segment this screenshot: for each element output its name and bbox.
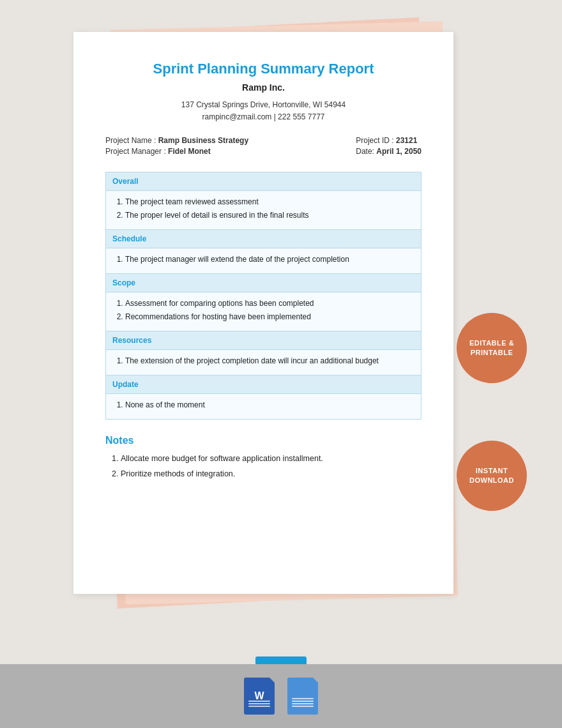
address-line2: rampinc@zmail.com | 222 555 7777 xyxy=(105,111,422,123)
section-body-update: None as of the moment xyxy=(106,394,422,420)
project-manager-row: Project Manager : Fidel Monet xyxy=(105,147,248,156)
project-id-label: Project ID : xyxy=(356,136,393,145)
project-id-row: Project ID : 23121 xyxy=(356,136,422,145)
icon-line-3 xyxy=(248,706,270,707)
word-icon-lines xyxy=(248,701,270,708)
meta-right: Project ID : 23121 Date: April 1, 2050 xyxy=(356,136,422,158)
docs-line-4 xyxy=(292,706,314,707)
bottom-tab xyxy=(255,656,307,664)
date-row: Date: April 1, 2050 xyxy=(356,147,422,156)
summary-table: OverallThe project team reviewed assessm… xyxy=(105,172,422,420)
instant-download-badge: INSTANTDOWNLOAD xyxy=(457,441,527,511)
bottom-bar: W xyxy=(0,664,562,728)
project-name-label: Project Name : xyxy=(105,136,156,145)
section-header-resources: Resources xyxy=(106,331,422,350)
main-document: Sprint Planning Summary Report Ramp Inc.… xyxy=(73,32,453,594)
list-item: The project manager will extend the date… xyxy=(125,254,414,265)
docs-icon-lines xyxy=(292,698,314,708)
section-header-scope: Scope xyxy=(106,274,422,292)
icon-line-1 xyxy=(248,701,270,702)
project-name-value: Ramp Business Strategy xyxy=(158,136,248,145)
icon-line-2 xyxy=(248,703,270,704)
meta-left: Project Name : Ramp Business Strategy Pr… xyxy=(105,136,248,158)
document-meta: Project Name : Ramp Business Strategy Pr… xyxy=(105,136,422,160)
editable-printable-badge: EDITABLE &PRINTABLE xyxy=(457,313,527,383)
notes-list-item: Prioritize methods of integration. xyxy=(121,468,422,480)
project-manager-value: Fidel Monet xyxy=(168,147,211,156)
company-name: Ramp Inc. xyxy=(105,82,422,93)
list-item: The proper level of detail is ensured in… xyxy=(125,209,414,221)
date-label: Date: xyxy=(356,147,374,156)
notes-list: Allocate more budget for software applic… xyxy=(105,453,422,480)
notes-section: Notes Allocate more budget for software … xyxy=(105,435,422,480)
section-body-overall: The project team reviewed assessmentThe … xyxy=(106,191,422,230)
project-manager-label: Project Manager : xyxy=(105,147,166,156)
section-header-update: Update xyxy=(106,375,422,394)
section-header-overall: Overall xyxy=(106,172,422,191)
docs-icon xyxy=(287,678,318,715)
list-item: The extension of the project completion … xyxy=(125,355,414,367)
project-name-row: Project Name : Ramp Business Strategy xyxy=(105,136,248,145)
docs-line-3 xyxy=(292,703,314,704)
section-body-schedule: The project manager will extend the date… xyxy=(106,248,422,274)
list-item: The project team reviewed assessment xyxy=(125,196,414,208)
document-title: Sprint Planning Summary Report xyxy=(105,61,422,77)
company-address: 137 Crystal Springs Drive, Hortonville, … xyxy=(105,99,422,123)
word-icon: W xyxy=(244,678,275,715)
project-id-value: 23121 xyxy=(396,136,417,145)
address-line1: 137 Crystal Springs Drive, Hortonville, … xyxy=(105,99,422,111)
notes-title: Notes xyxy=(105,435,422,446)
notes-list-item: Allocate more budget for software applic… xyxy=(121,453,422,465)
section-body-resources: The extension of the project completion … xyxy=(106,350,422,375)
docs-line-1 xyxy=(292,698,314,699)
list-item: None as of the moment xyxy=(125,399,414,411)
list-item: Recommendations for hosting have been im… xyxy=(125,311,414,322)
section-header-schedule: Schedule xyxy=(106,230,422,248)
date-value: April 1, 2050 xyxy=(376,147,422,156)
section-body-scope: Assessment for comparing options has bee… xyxy=(106,292,422,331)
list-item: Assessment for comparing options has bee… xyxy=(125,298,414,309)
docs-line-2 xyxy=(292,701,314,702)
